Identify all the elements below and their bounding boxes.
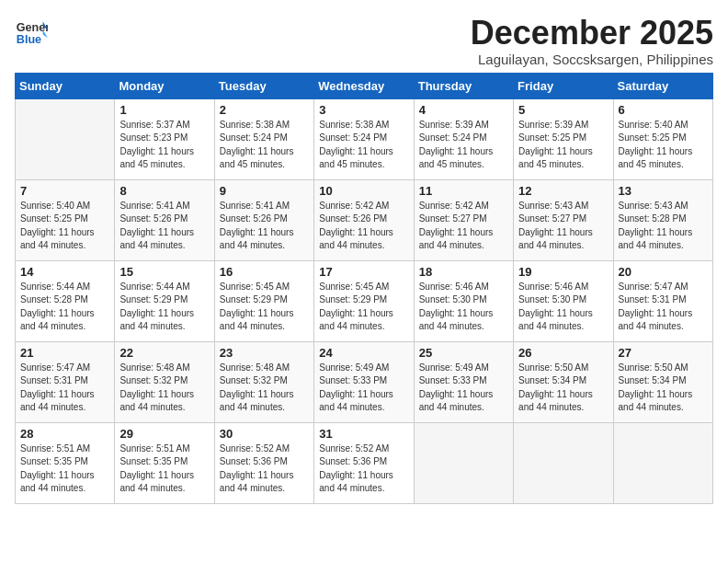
month-title: December 2025 bbox=[471, 15, 713, 52]
day-info: Sunrise: 5:44 AM Sunset: 5:29 PM Dayligh… bbox=[119, 281, 209, 334]
title-block: December 2025 Laguilayan, Soccsksargen, … bbox=[471, 15, 713, 67]
weekday-header-monday: Monday bbox=[115, 73, 214, 98]
calendar-cell: 10Sunrise: 5:42 AM Sunset: 5:26 PM Dayli… bbox=[314, 179, 414, 260]
calendar-cell bbox=[16, 98, 115, 179]
calendar-cell: 12Sunrise: 5:43 AM Sunset: 5:27 PM Dayli… bbox=[514, 179, 613, 260]
day-info: Sunrise: 5:40 AM Sunset: 5:25 PM Dayligh… bbox=[619, 119, 708, 172]
day-info: Sunrise: 5:46 AM Sunset: 5:30 PM Dayligh… bbox=[419, 281, 508, 334]
day-number: 4 bbox=[419, 103, 508, 117]
logo: General Blue bbox=[15, 15, 51, 48]
day-number: 1 bbox=[119, 103, 209, 117]
weekday-header-saturday: Saturday bbox=[613, 73, 712, 98]
day-number: 16 bbox=[220, 265, 309, 279]
weekday-header-wednesday: Wednesday bbox=[314, 73, 414, 98]
calendar-cell: 15Sunrise: 5:44 AM Sunset: 5:29 PM Dayli… bbox=[115, 260, 214, 341]
calendar-cell: 26Sunrise: 5:50 AM Sunset: 5:34 PM Dayli… bbox=[514, 341, 613, 422]
day-number: 25 bbox=[419, 346, 508, 360]
day-info: Sunrise: 5:40 AM Sunset: 5:25 PM Dayligh… bbox=[20, 200, 109, 253]
day-number: 5 bbox=[518, 103, 608, 117]
calendar-cell: 9Sunrise: 5:41 AM Sunset: 5:26 PM Daylig… bbox=[214, 179, 313, 260]
day-number: 10 bbox=[319, 184, 408, 198]
weekday-header-friday: Friday bbox=[514, 73, 613, 98]
day-info: Sunrise: 5:52 AM Sunset: 5:36 PM Dayligh… bbox=[220, 442, 309, 496]
weekday-header-tuesday: Tuesday bbox=[214, 73, 313, 98]
calendar-cell bbox=[414, 422, 513, 503]
logo-icon: General Blue bbox=[15, 15, 48, 48]
day-number: 20 bbox=[619, 265, 708, 279]
day-info: Sunrise: 5:50 AM Sunset: 5:34 PM Dayligh… bbox=[619, 362, 708, 415]
day-info: Sunrise: 5:38 AM Sunset: 5:24 PM Dayligh… bbox=[319, 119, 408, 172]
calendar-cell: 19Sunrise: 5:46 AM Sunset: 5:30 PM Dayli… bbox=[514, 260, 613, 341]
day-info: Sunrise: 5:49 AM Sunset: 5:33 PM Dayligh… bbox=[419, 362, 508, 415]
day-info: Sunrise: 5:51 AM Sunset: 5:35 PM Dayligh… bbox=[20, 442, 109, 496]
calendar-cell: 2Sunrise: 5:38 AM Sunset: 5:24 PM Daylig… bbox=[214, 98, 313, 179]
day-number: 8 bbox=[119, 184, 209, 198]
day-number: 15 bbox=[119, 265, 209, 279]
calendar-cell bbox=[514, 422, 613, 503]
day-info: Sunrise: 5:41 AM Sunset: 5:26 PM Dayligh… bbox=[220, 200, 309, 253]
calendar-week-row: 14Sunrise: 5:44 AM Sunset: 5:28 PM Dayli… bbox=[16, 260, 713, 341]
weekday-header-thursday: Thursday bbox=[414, 73, 513, 98]
day-info: Sunrise: 5:49 AM Sunset: 5:33 PM Dayligh… bbox=[319, 362, 408, 415]
calendar-week-row: 21Sunrise: 5:47 AM Sunset: 5:31 PM Dayli… bbox=[16, 341, 713, 422]
day-number: 23 bbox=[220, 346, 309, 360]
calendar-cell: 29Sunrise: 5:51 AM Sunset: 5:35 PM Dayli… bbox=[115, 422, 214, 503]
calendar-week-row: 1Sunrise: 5:37 AM Sunset: 5:23 PM Daylig… bbox=[16, 98, 713, 179]
day-number: 19 bbox=[518, 265, 608, 279]
day-number: 11 bbox=[419, 184, 508, 198]
day-info: Sunrise: 5:37 AM Sunset: 5:23 PM Dayligh… bbox=[119, 119, 209, 172]
day-info: Sunrise: 5:45 AM Sunset: 5:29 PM Dayligh… bbox=[319, 281, 408, 334]
calendar-cell: 14Sunrise: 5:44 AM Sunset: 5:28 PM Dayli… bbox=[16, 260, 115, 341]
calendar-cell: 16Sunrise: 5:45 AM Sunset: 5:29 PM Dayli… bbox=[214, 260, 313, 341]
day-info: Sunrise: 5:51 AM Sunset: 5:35 PM Dayligh… bbox=[119, 442, 209, 496]
day-number: 2 bbox=[220, 103, 309, 117]
day-number: 26 bbox=[518, 346, 608, 360]
day-info: Sunrise: 5:43 AM Sunset: 5:27 PM Dayligh… bbox=[518, 200, 608, 253]
day-info: Sunrise: 5:39 AM Sunset: 5:24 PM Dayligh… bbox=[419, 119, 508, 172]
day-info: Sunrise: 5:50 AM Sunset: 5:34 PM Dayligh… bbox=[518, 362, 608, 415]
day-number: 14 bbox=[20, 265, 109, 279]
calendar-cell: 3Sunrise: 5:38 AM Sunset: 5:24 PM Daylig… bbox=[314, 98, 414, 179]
calendar-cell: 28Sunrise: 5:51 AM Sunset: 5:35 PM Dayli… bbox=[16, 422, 115, 503]
day-info: Sunrise: 5:43 AM Sunset: 5:28 PM Dayligh… bbox=[619, 200, 708, 253]
calendar-cell: 20Sunrise: 5:47 AM Sunset: 5:31 PM Dayli… bbox=[613, 260, 712, 341]
day-number: 27 bbox=[619, 346, 708, 360]
day-info: Sunrise: 5:42 AM Sunset: 5:27 PM Dayligh… bbox=[419, 200, 508, 253]
calendar-cell: 30Sunrise: 5:52 AM Sunset: 5:36 PM Dayli… bbox=[214, 422, 313, 503]
calendar-cell: 22Sunrise: 5:48 AM Sunset: 5:32 PM Dayli… bbox=[115, 341, 214, 422]
calendar-cell: 27Sunrise: 5:50 AM Sunset: 5:34 PM Dayli… bbox=[613, 341, 712, 422]
location-title: Laguilayan, Soccsksargen, Philippines bbox=[471, 52, 713, 67]
page-header: General Blue December 2025 Laguilayan, S… bbox=[15, 15, 713, 67]
day-info: Sunrise: 5:45 AM Sunset: 5:29 PM Dayligh… bbox=[220, 281, 309, 334]
calendar-cell: 11Sunrise: 5:42 AM Sunset: 5:27 PM Dayli… bbox=[414, 179, 513, 260]
day-info: Sunrise: 5:48 AM Sunset: 5:32 PM Dayligh… bbox=[119, 362, 209, 415]
day-info: Sunrise: 5:41 AM Sunset: 5:26 PM Dayligh… bbox=[119, 200, 209, 253]
calendar-cell: 17Sunrise: 5:45 AM Sunset: 5:29 PM Dayli… bbox=[314, 260, 414, 341]
day-info: Sunrise: 5:48 AM Sunset: 5:32 PM Dayligh… bbox=[220, 362, 309, 415]
weekday-header-sunday: Sunday bbox=[16, 73, 115, 98]
day-number: 13 bbox=[619, 184, 708, 198]
day-number: 9 bbox=[220, 184, 309, 198]
day-number: 21 bbox=[20, 346, 109, 360]
day-number: 30 bbox=[220, 427, 309, 441]
calendar-cell: 21Sunrise: 5:47 AM Sunset: 5:31 PM Dayli… bbox=[16, 341, 115, 422]
day-number: 24 bbox=[319, 346, 408, 360]
day-info: Sunrise: 5:44 AM Sunset: 5:28 PM Dayligh… bbox=[20, 281, 109, 334]
day-number: 28 bbox=[20, 427, 109, 441]
day-number: 22 bbox=[119, 346, 209, 360]
svg-text:Blue: Blue bbox=[17, 33, 41, 46]
day-info: Sunrise: 5:52 AM Sunset: 5:36 PM Dayligh… bbox=[319, 442, 408, 496]
weekday-header-row: SundayMondayTuesdayWednesdayThursdayFrid… bbox=[16, 73, 713, 98]
calendar-cell: 1Sunrise: 5:37 AM Sunset: 5:23 PM Daylig… bbox=[115, 98, 214, 179]
day-number: 31 bbox=[319, 427, 408, 441]
day-info: Sunrise: 5:47 AM Sunset: 5:31 PM Dayligh… bbox=[619, 281, 708, 334]
calendar-cell: 6Sunrise: 5:40 AM Sunset: 5:25 PM Daylig… bbox=[613, 98, 712, 179]
day-number: 3 bbox=[319, 103, 408, 117]
calendar-cell: 5Sunrise: 5:39 AM Sunset: 5:25 PM Daylig… bbox=[514, 98, 613, 179]
calendar-table: SundayMondayTuesdayWednesdayThursdayFrid… bbox=[15, 73, 713, 504]
calendar-cell: 7Sunrise: 5:40 AM Sunset: 5:25 PM Daylig… bbox=[16, 179, 115, 260]
day-number: 29 bbox=[119, 427, 209, 441]
day-info: Sunrise: 5:39 AM Sunset: 5:25 PM Dayligh… bbox=[518, 119, 608, 172]
day-number: 12 bbox=[518, 184, 608, 198]
day-number: 7 bbox=[20, 184, 109, 198]
